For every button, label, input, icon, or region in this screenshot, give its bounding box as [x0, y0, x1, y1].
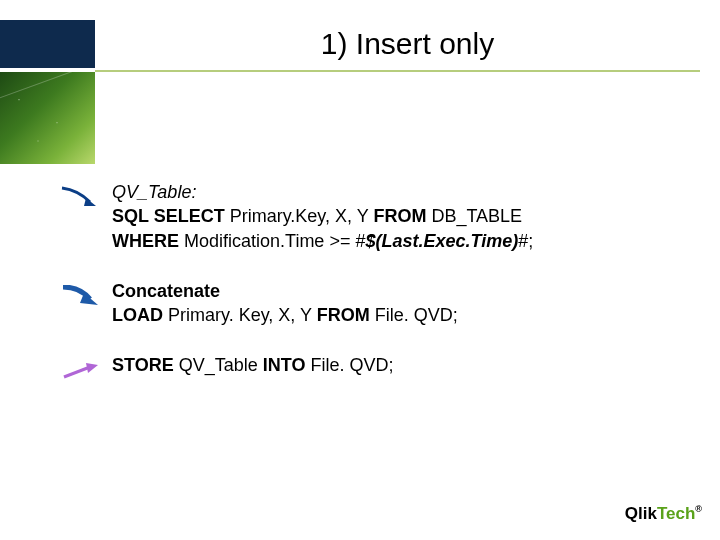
- table-label: QV_Table:: [112, 182, 196, 202]
- logo-registered: ®: [695, 504, 702, 514]
- kw-concatenate: Concatenate: [112, 281, 220, 301]
- kw-where: WHERE: [112, 231, 179, 251]
- slide-title: 1) Insert only: [95, 20, 720, 68]
- kw-sql-select: SQL SELECT: [112, 206, 225, 226]
- arrow-icon: [60, 359, 100, 383]
- select-columns: Primary.Key, X, Y: [225, 206, 374, 226]
- load-columns: Primary. Key, X, Y: [163, 305, 317, 325]
- code-block-3: STORE QV_Table INTO File. QVD;: [112, 353, 690, 377]
- store-table: QV_Table: [174, 355, 263, 375]
- where-tail: #;: [518, 231, 533, 251]
- arrow-icon: [60, 186, 100, 210]
- code-block-1: QV_Table: SQL SELECT Primary.Key, X, Y F…: [112, 180, 690, 253]
- title-left-block: [0, 20, 95, 68]
- title-bar: 1) Insert only: [0, 20, 720, 68]
- leaf-decoration: [0, 72, 95, 164]
- into-file: File. QVD;: [305, 355, 393, 375]
- kw-store: STORE: [112, 355, 174, 375]
- kw-into: INTO: [263, 355, 306, 375]
- where-field: Modification.Time >= #: [179, 231, 365, 251]
- title-underline: [95, 70, 700, 72]
- logo-part-1: Qlik: [625, 504, 657, 523]
- where-expr: $(Last.Exec.Time): [365, 231, 518, 251]
- arrow-icon: [60, 285, 100, 309]
- db-table-name: DB_TABLE: [426, 206, 522, 226]
- kw-from-1: FROM: [373, 206, 426, 226]
- code-block-2: Concatenate LOAD Primary. Key, X, Y FROM…: [112, 279, 690, 328]
- content-area: QV_Table: SQL SELECT Primary.Key, X, Y F…: [112, 180, 690, 404]
- logo-part-2: Tech: [657, 504, 695, 523]
- kw-load: LOAD: [112, 305, 163, 325]
- qliktech-logo: QlikTech®: [625, 504, 702, 524]
- kw-from-2: FROM: [317, 305, 370, 325]
- from-file: File. QVD;: [370, 305, 458, 325]
